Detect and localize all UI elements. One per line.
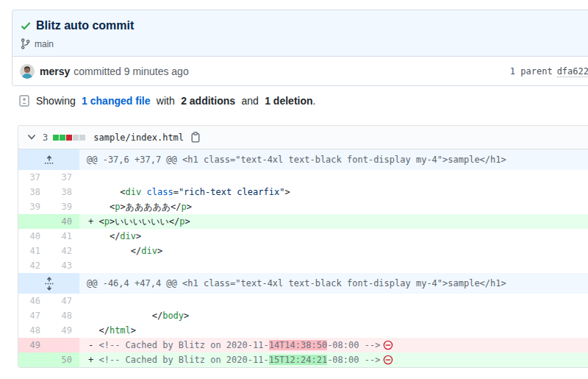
line-number-new[interactable]: 41 — [48, 229, 79, 244]
diff-code-row: 3838 <div class="rich-text clearfix"> — [18, 185, 588, 199]
diffstat-blocks — [53, 135, 86, 141]
copy-path-icon[interactable] — [191, 132, 200, 143]
line-number-old[interactable]: 42 — [18, 258, 48, 273]
branch-name[interactable]: main — [35, 39, 54, 49]
commit-header: Blitz auto commit main — [12, 10, 588, 57]
file-diff-icon — [19, 95, 29, 107]
code-line: </div> — [79, 244, 588, 258]
line-number-old[interactable] — [18, 353, 48, 367]
line-number-new[interactable]: 50 — [48, 353, 79, 367]
hunk-header-text: @@ -46,4 +47,4 @@ <h1 class="text-4xl te… — [79, 273, 588, 294]
line-number-old[interactable]: 40 — [18, 229, 48, 244]
diff-code-row: 4243 — [18, 258, 588, 273]
hunk-header-text: @@ -37,6 +37,7 @@ <h1 class="text-4xl te… — [79, 149, 588, 170]
changed-file-link[interactable]: 1 changed file — [82, 95, 150, 107]
diff-code-row: 4849 </html> — [18, 323, 588, 338]
diff-code-row: 3939 <p>あああああ</p> — [18, 199, 588, 214]
commit-author[interactable]: mersy — [40, 65, 70, 77]
no-newline-icon — [383, 340, 393, 353]
diff-table: @@ -37,6 +37,7 @@ <h1 class="text-4xl te… — [18, 149, 588, 367]
code-line: </html> — [79, 323, 588, 338]
code-line — [79, 258, 588, 273]
line-number-old[interactable]: 48 — [18, 323, 48, 338]
no-newline-icon — [383, 355, 393, 367]
code-line — [79, 170, 588, 185]
diff-marker — [88, 172, 93, 183]
line-number-old[interactable]: 37 — [18, 170, 48, 185]
line-number-new[interactable]: 47 — [48, 294, 79, 308]
summary-and: and — [241, 95, 258, 107]
additions-count: 2 additions — [181, 95, 235, 107]
commit-time-text: committed 9 minutes ago — [74, 65, 188, 77]
diffstat-block-added — [60, 135, 65, 141]
diff-code-row: 49- <!-- Cached by Blitz on 2020-11-14T1… — [18, 338, 588, 353]
commit-box: Blitz auto commit main — [12, 10, 588, 86]
commit-title: Blitz auto commit — [36, 18, 134, 34]
diff-code-row: 4142 </div> — [18, 244, 588, 258]
diffstat-block-neutral — [73, 135, 79, 141]
line-number-old[interactable]: 39 — [18, 199, 48, 214]
line-number-new[interactable]: 49 — [48, 323, 79, 338]
line-number-old[interactable]: 41 — [18, 244, 48, 258]
code-line: </body> — [79, 308, 588, 323]
diff-marker — [88, 261, 93, 271]
diffstat-block-added — [53, 135, 59, 141]
summary-prefix: Showing — [36, 95, 76, 107]
line-number-old[interactable]: 46 — [18, 294, 48, 308]
line-number-new[interactable]: 38 — [48, 185, 79, 199]
diff-marker — [88, 296, 93, 306]
summary-with: with — [157, 95, 175, 107]
line-number-new[interactable]: 39 — [48, 199, 79, 214]
diff-hunk-row: @@ -46,4 +47,4 @@ <h1 class="text-4xl te… — [18, 273, 588, 294]
check-status-icon[interactable] — [21, 21, 31, 31]
chevron-down-icon[interactable] — [27, 134, 36, 141]
line-number-new[interactable]: 37 — [48, 170, 79, 185]
diff-code-row: 4647 — [18, 294, 588, 308]
diff-code-row: 50+ <!-- Cached by Blitz on 2020-11-15T1… — [18, 353, 588, 367]
code-line: - <!-- Cached by Blitz on 2020-11-14T14:… — [79, 338, 588, 353]
line-number-new[interactable]: 48 — [48, 308, 79, 323]
diff-hunk-row: @@ -37,6 +37,7 @@ <h1 class="text-4xl te… — [18, 149, 588, 170]
git-branch-icon — [21, 38, 30, 49]
line-number-new[interactable]: 40 — [48, 214, 79, 229]
line-number-old[interactable]: 38 — [18, 185, 48, 199]
file-name-link[interactable]: sample/index.html — [93, 132, 184, 143]
line-number-new[interactable]: 42 — [48, 244, 79, 258]
file-changes-count: 3 — [43, 132, 48, 143]
changed-files-summary: Showing 1 changed file with 2 additions … — [19, 95, 315, 107]
code-line: + <!-- Cached by Blitz on 2020-11-15T12:… — [79, 353, 588, 367]
expand-updown-icon[interactable] — [18, 273, 79, 294]
diff-code-row: 3737 — [18, 170, 588, 185]
code-line: <p>あああああ</p> — [79, 199, 588, 214]
line-number-old[interactable]: 47 — [18, 308, 48, 323]
code-line: + <p>いいいいいい</p> — [79, 214, 588, 229]
code-line: </div> — [79, 229, 588, 244]
parent-label: 1 parent — [510, 66, 553, 77]
code-line — [79, 294, 588, 308]
diff-code-row: 40+ <p>いいいいいい</p> — [18, 214, 588, 229]
summary-period: . — [313, 95, 316, 107]
line-number-new[interactable]: 43 — [48, 258, 79, 273]
diffstat-block-neutral — [79, 135, 85, 141]
file-diff-box: 3 sample/index.html @@ -37,6 +37,7 @@ <h… — [18, 125, 588, 368]
avatar[interactable] — [20, 64, 35, 79]
code-line: <div class="rich-text clearfix"> — [79, 185, 588, 199]
line-number-old[interactable] — [18, 214, 48, 229]
diff-code-row: 4041 </div> — [18, 229, 588, 244]
commit-meta-row: mersy committed 9 minutes ago 1 parentdf… — [12, 57, 588, 85]
file-header: 3 sample/index.html — [18, 126, 588, 149]
line-number-old[interactable]: 49 — [18, 338, 48, 353]
diffstat-block-deleted — [66, 135, 72, 141]
parent-sha-link[interactable]: dfa622 — [557, 66, 588, 77]
expand-up-icon[interactable] — [18, 149, 79, 170]
diff-code-row: 4748 </body> — [18, 308, 588, 323]
deletions-count: 1 deletion — [265, 95, 312, 107]
line-number-new[interactable] — [48, 338, 79, 353]
